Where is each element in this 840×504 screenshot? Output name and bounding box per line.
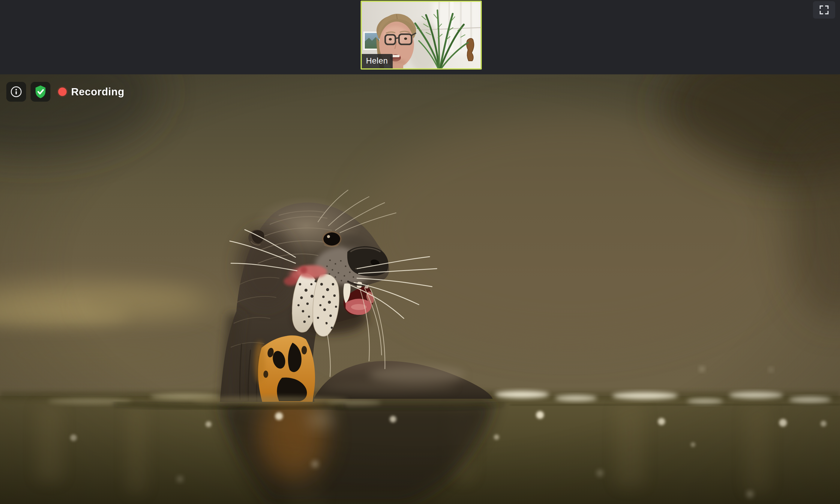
participant-video-thumbnail[interactable]: Helen [361, 1, 482, 70]
recording-label: Recording [71, 86, 124, 98]
right-eye [404, 37, 407, 40]
meeting-info-button[interactable] [6, 82, 26, 102]
left-eye [389, 38, 392, 40]
recording-indicator[interactable]: Recording [58, 86, 124, 98]
security-shield-icon [34, 85, 47, 98]
wooden-figurine [467, 38, 474, 61]
otter-scene [0, 74, 840, 504]
filmstrip-bar: Helen [0, 0, 840, 74]
vignette [0, 74, 840, 504]
meeting-overlay-controls: Recording [6, 82, 124, 102]
meeting-window: Helen [0, 0, 840, 504]
recording-dot-icon [58, 88, 67, 96]
fullscreen-button[interactable] [813, 1, 835, 19]
fullscreen-icon [819, 5, 829, 15]
main-video-stage [0, 74, 840, 504]
participant-name-label: Helen [362, 54, 393, 68]
security-shield-button[interactable] [31, 82, 50, 102]
info-icon [10, 86, 22, 98]
